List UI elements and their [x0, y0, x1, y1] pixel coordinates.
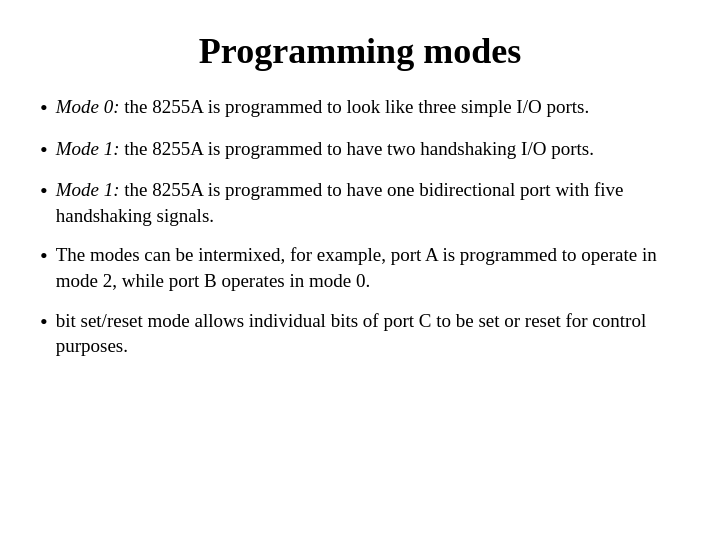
bullet-content: Mode 1: the 8255A is programmed to have … — [56, 136, 680, 162]
bullet-icon: • — [40, 308, 48, 336]
bullet-icon: • — [40, 94, 48, 122]
bullet-content: Mode 1: the 8255A is programmed to have … — [56, 177, 680, 228]
bullet-content: Mode 0: the 8255A is programmed to look … — [56, 94, 680, 120]
list-item: • Mode 1: the 8255A is programmed to hav… — [40, 136, 680, 164]
bullet-icon: • — [40, 177, 48, 205]
list-item: • Mode 1: the 8255A is programmed to hav… — [40, 177, 680, 228]
list-item: • Mode 0: the 8255A is programmed to loo… — [40, 94, 680, 122]
mode-label: Mode 0: — [56, 96, 120, 117]
bullet-content: The modes can be intermixed, for example… — [56, 242, 680, 293]
bullet-content: bit set/reset mode allows individual bit… — [56, 308, 680, 359]
bullet-icon: • — [40, 136, 48, 164]
bullet-list: • Mode 0: the 8255A is programmed to loo… — [40, 94, 680, 373]
list-item: • bit set/reset mode allows individual b… — [40, 308, 680, 359]
slide-title: Programming modes — [40, 30, 680, 72]
mode-label: Mode 1: — [56, 138, 120, 159]
mode-label: Mode 1: — [56, 179, 120, 200]
slide: Programming modes • Mode 0: the 8255A is… — [0, 0, 720, 540]
list-item: • The modes can be intermixed, for examp… — [40, 242, 680, 293]
bullet-icon: • — [40, 242, 48, 270]
